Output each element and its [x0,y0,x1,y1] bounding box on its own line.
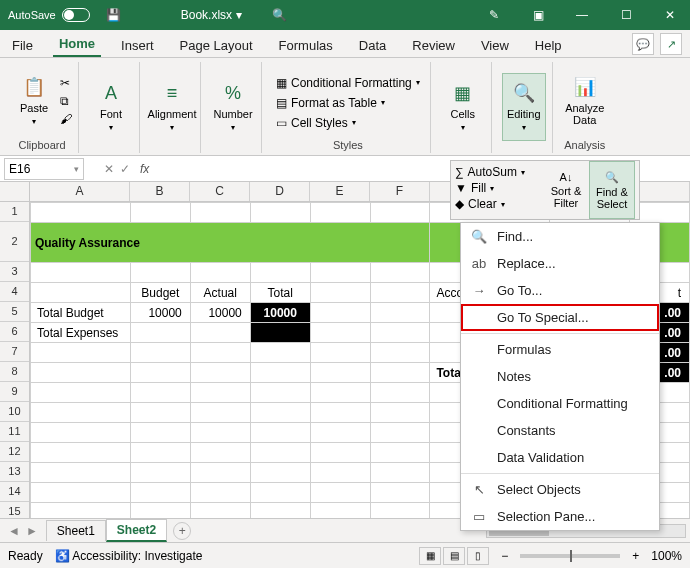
row-header[interactable]: 5 [0,302,29,322]
tab-page-layout[interactable]: Page Layout [174,34,259,57]
cf-icon: ▦ [276,76,287,90]
search-icon[interactable]: 🔍 [272,8,287,22]
tab-review[interactable]: Review [406,34,461,57]
tab-home[interactable]: Home [53,32,101,57]
row-header[interactable]: 3 [0,262,29,282]
row-header[interactable]: 9 [0,382,29,402]
row-header[interactable]: 10 [0,402,29,422]
tab-help[interactable]: Help [529,34,568,57]
menu-data-validation[interactable]: Data Validation [461,444,659,471]
zoom-slider[interactable] [520,554,620,558]
row-header[interactable]: 11 [0,422,29,442]
clear-button[interactable]: ◆Clear▾ [455,197,539,211]
zoom-in-button[interactable]: + [632,549,639,563]
menu-selection-pane[interactable]: ▭Selection Pane... [461,503,659,530]
cell[interactable]: Actual [190,283,250,303]
cell[interactable]: Total Expenses [30,323,130,343]
page-break-view-button[interactable]: ▯ [467,547,489,565]
zoom-level[interactable]: 100% [651,549,682,563]
page-layout-view-button[interactable]: ▤ [443,547,465,565]
tab-view[interactable]: View [475,34,515,57]
cell[interactable]: 10000 [190,303,250,323]
row-header[interactable]: 8 [0,362,29,382]
format-painter-icon[interactable]: 🖌 [60,112,72,126]
ribbon-display-icon[interactable]: ▣ [518,0,558,30]
minimize-button[interactable]: — [562,0,602,30]
menu-notes[interactable]: Notes [461,363,659,390]
cell[interactable]: 10000 [250,303,310,323]
row-header[interactable]: 1 [0,202,29,222]
col-header[interactable]: F [370,182,430,201]
row-header[interactable]: 13 [0,462,29,482]
name-box[interactable]: E16▾ [4,158,84,180]
cell[interactable]: Total [250,283,310,303]
maximize-button[interactable]: ☐ [606,0,646,30]
sort-filter-button[interactable]: A↓Sort & Filter [543,161,589,219]
tab-formulas[interactable]: Formulas [273,34,339,57]
accessibility-status[interactable]: ♿ Accessibility: Investigate [55,549,203,563]
col-header[interactable]: C [190,182,250,201]
copy-icon[interactable]: ⧉ [60,94,72,108]
select-all-corner[interactable] [0,182,30,201]
cell[interactable]: Total Budget [30,303,130,323]
pane-icon: ▭ [471,509,487,524]
row-header[interactable]: 6 [0,322,29,342]
tab-data[interactable]: Data [353,34,392,57]
font-button[interactable]: AFont▾ [89,73,133,141]
analyze-data-button[interactable]: 📊Analyze Data [563,67,607,135]
number-button[interactable]: %Number▾ [211,73,255,141]
autosum-button[interactable]: ∑AutoSum▾ [455,165,539,179]
col-header[interactable]: A [30,182,130,201]
normal-view-button[interactable]: ▦ [419,547,441,565]
close-button[interactable]: ✕ [650,0,690,30]
comments-button[interactable]: 💬 [632,33,654,55]
menu-constants[interactable]: Constants [461,417,659,444]
col-header[interactable]: B [130,182,190,201]
tab-file[interactable]: File [6,34,39,57]
tab-insert[interactable]: Insert [115,34,160,57]
menu-formulas[interactable]: Formulas [461,336,659,363]
row-header[interactable]: 15 [0,502,29,518]
new-sheet-button[interactable]: + [173,522,191,540]
cell-styles-button[interactable]: ▭Cell Styles▾ [272,114,424,132]
enter-icon[interactable]: ✓ [120,162,130,176]
sheet-tab[interactable]: Sheet2 [106,519,167,542]
conditional-formatting-button[interactable]: ▦Conditional Formatting▾ [272,74,424,92]
cancel-icon[interactable]: ✕ [104,162,114,176]
row-header[interactable]: 4 [0,282,29,302]
prev-sheet-icon[interactable]: ◄ [8,524,20,538]
menu-find[interactable]: 🔍Find... [461,223,659,250]
cell[interactable]: Budget [130,283,190,303]
title-bar: AutoSave 💾 Book.xlsx ▾ 🔍 ✎ ▣ — ☐ ✕ [0,0,690,30]
share-button[interactable]: ↗ [660,33,682,55]
col-header[interactable]: D [250,182,310,201]
banner-title[interactable]: Quality Assurance [30,223,429,263]
alignment-button[interactable]: ≡Alignment▾ [150,73,194,141]
zoom-out-button[interactable]: − [501,549,508,563]
col-header[interactable]: E [310,182,370,201]
fx-icon[interactable]: fx [140,162,149,176]
menu-select-objects[interactable]: ↖Select Objects [461,476,659,503]
next-sheet-icon[interactable]: ► [26,524,38,538]
menu-conditional-formatting[interactable]: Conditional Formatting [461,390,659,417]
row-header[interactable]: 2 [0,222,29,262]
row-header[interactable]: 12 [0,442,29,462]
row-header[interactable]: 7 [0,342,29,362]
sheet-tab[interactable]: Sheet1 [46,520,106,541]
menu-goto-special[interactable]: Go To Special... [461,304,659,331]
autosave-toggle[interactable]: AutoSave [0,8,98,22]
menu-goto[interactable]: →Go To... [461,277,659,304]
mode-icon[interactable]: ✎ [474,0,514,30]
fill-button[interactable]: ▼Fill▾ [455,181,539,195]
find-select-button[interactable]: 🔍Find & Select [589,161,635,219]
paste-button[interactable]: 📋 Paste ▾ [12,67,56,135]
file-name[interactable]: Book.xlsx ▾ [181,8,242,22]
format-as-table-button[interactable]: ▤Format as Table▾ [272,94,424,112]
cell[interactable]: 10000 [130,303,190,323]
cells-button[interactable]: ▦Cells▾ [441,73,485,141]
editing-button[interactable]: 🔍Editing▾ [502,73,546,141]
menu-replace[interactable]: abReplace... [461,250,659,277]
cut-icon[interactable]: ✂ [60,76,72,90]
row-header[interactable]: 14 [0,482,29,502]
save-icon[interactable]: 💾 [106,8,121,22]
